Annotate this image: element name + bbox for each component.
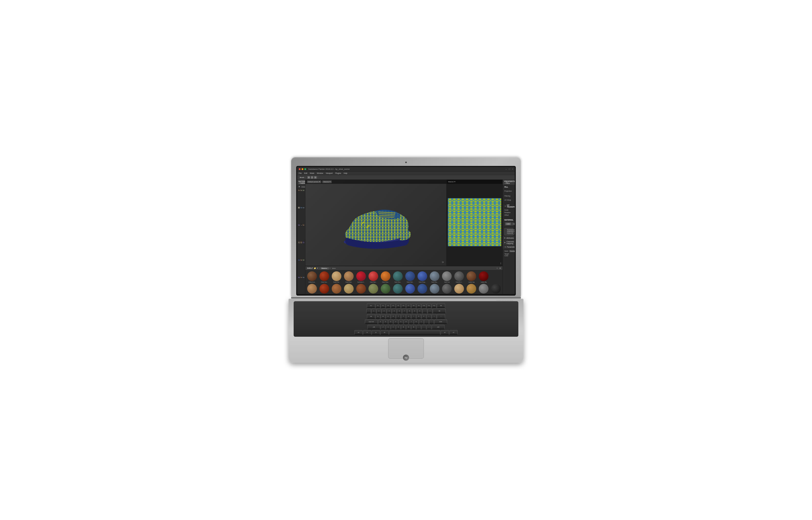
minimize-icon[interactable]: – — [506, 168, 507, 170]
key-period[interactable]: . — [422, 325, 426, 329]
close-icon[interactable]: × — [512, 168, 513, 170]
tab-height[interactable]: height — [512, 223, 515, 225]
key-d[interactable]: D — [388, 319, 393, 324]
shelf-material-leather-big[interactable]: Leather Big — [478, 271, 489, 283]
material-item[interactable]: Kyle's Paint... — [303, 224, 304, 226]
key-h[interactable]: H — [404, 319, 408, 324]
shelf-material-leather-ma[interactable]: Leather Ma... — [306, 284, 318, 294]
shelf-material-leather-bag[interactable]: Leather bag — [466, 271, 477, 283]
key-f2[interactable]: F2 — [381, 303, 385, 308]
key-4[interactable]: 4 — [387, 309, 391, 313]
shelf-material-earthware[interactable]: Earthware V... — [355, 271, 367, 283]
key-v[interactable]: V — [396, 325, 401, 329]
key-lshift[interactable]: shift — [367, 325, 380, 329]
key-rctrl[interactable]: ctrl — [450, 330, 458, 335]
key-rshift[interactable]: shift — [432, 325, 445, 329]
shelf-material-polyester-m[interactable]: Polyester M... — [417, 284, 428, 294]
key-f12[interactable]: F12 — [432, 303, 436, 308]
material-dropdown[interactable]: Material ▼ — [322, 181, 332, 183]
filter-icon[interactable]: ▼ — [316, 267, 319, 269]
key-i[interactable]: I — [411, 314, 416, 319]
material-item[interactable]: Kyle's Rales... — [303, 241, 304, 243]
key-w[interactable]: W — [381, 314, 385, 319]
seed-value[interactable]: Random ✓ — [509, 250, 515, 252]
grid-icon[interactable]: ⊞ — [307, 176, 310, 179]
key-tab[interactable]: tab — [367, 314, 375, 319]
key-9[interactable]: 9 — [412, 309, 417, 313]
key-l[interactable]: L — [419, 319, 424, 324]
key-k[interactable]: K — [414, 319, 418, 324]
filter-icon[interactable]: ▼ — [298, 186, 300, 188]
shelf-tab-fabric[interactable]: fabric — [331, 267, 337, 269]
close-button[interactable] — [299, 168, 301, 170]
material-item[interactable]: Kyle's Conc... — [298, 189, 300, 191]
key-b[interactable]: B — [401, 325, 406, 329]
shelf-material-tech-fabric[interactable]: Tech Fabric... — [478, 284, 489, 294]
material-item[interactable]: Kyle's Htlt... — [298, 224, 300, 226]
key-t[interactable]: T — [396, 314, 401, 319]
key-quote[interactable]: ' — [429, 319, 434, 324]
material-item[interactable]: Kyle's Conc... — [300, 207, 302, 209]
key-f6[interactable]: F6 — [401, 303, 406, 308]
key-minus[interactable]: - — [423, 309, 427, 313]
material-item[interactable]: Kyle's Htti... — [303, 207, 304, 209]
shelf-material-silicone[interactable]: Silicone Coat — [454, 284, 465, 294]
menu-window[interactable]: Window — [317, 172, 323, 174]
key-f7[interactable]: F7 — [406, 303, 411, 308]
camera-dropdown[interactable]: Default camera ▼ — [307, 181, 321, 183]
key-f1[interactable]: F1 — [376, 303, 380, 308]
key-capslock[interactable]: caps lock — [365, 319, 378, 324]
material-item[interactable]: Kyle's Rales... — [303, 259, 304, 261]
shelf-material-scarf-wool[interactable]: Scarf wool — [441, 284, 453, 294]
search-icon[interactable]: ○ — [319, 267, 320, 269]
key-slash[interactable]: / — [427, 325, 431, 329]
key-s[interactable]: S — [383, 319, 388, 324]
key-backtick[interactable]: ` — [366, 309, 371, 313]
material-item[interactable]: Kyle's Rales... — [298, 277, 300, 278]
list-icon[interactable]: ≡ — [311, 176, 313, 179]
shelf-material-fabric-rou[interactable]: Fabric Rou... — [429, 271, 440, 283]
key-fn[interactable]: fn — [363, 330, 371, 335]
key-m[interactable]: M — [411, 325, 416, 329]
material-item[interactable]: Kyle's Welt... — [303, 277, 304, 278]
key-y[interactable]: Y — [401, 314, 406, 319]
key-0[interactable]: 0 — [417, 309, 422, 313]
key-f5[interactable]: F5 — [396, 303, 401, 308]
shelf-material-polyester-je[interactable]: Polyester Je... — [392, 284, 403, 294]
shelf-material-artificial-leather[interactable]: Artificial Lea... — [306, 271, 318, 283]
key-5[interactable]: 5 — [392, 309, 397, 313]
key-f[interactable]: F — [394, 319, 398, 324]
material-item[interactable]: Kyle's Paint... — [298, 241, 300, 243]
shelf-grid-icon[interactable]: ⊞ — [500, 267, 501, 269]
material-item[interactable]: Kyle's Rales... — [300, 259, 302, 261]
key-equals[interactable]: = — [428, 309, 432, 313]
key-e[interactable]: E — [386, 314, 390, 319]
material-item[interactable]: Kyle's Conc... — [303, 189, 304, 191]
material-item[interactable]: Kyle's Rales... — [298, 259, 300, 261]
key-x[interactable]: X — [386, 325, 390, 329]
key-lctrl[interactable]: ctrl — [354, 330, 362, 335]
attributes-section-header[interactable]: ▶ Attributes — [503, 236, 515, 240]
shelf-material-leather-fo[interactable]: Leather Fo... — [319, 284, 330, 294]
key-f11[interactable]: F11 — [427, 303, 431, 308]
substance-material-node[interactable]: Substance material mode Fabric03_runtime… — [504, 228, 513, 235]
maximize-icon[interactable]: □ — [509, 168, 510, 170]
key-enter[interactable]: enter — [434, 319, 447, 324]
key-esc[interactable]: esc — [367, 303, 375, 308]
search-input[interactable] — [301, 186, 305, 188]
key-1[interactable]: 1 — [372, 309, 376, 313]
key-7[interactable]: 7 — [402, 309, 407, 313]
menu-viewport[interactable]: Viewport — [326, 172, 333, 174]
key-backslash[interactable]: \ — [437, 314, 445, 319]
shelf-material-plastic-fabr1[interactable]: Plastic Fabr... — [343, 284, 354, 294]
shelf-material-fabric-bam[interactable]: Fabric Bam... — [368, 271, 379, 283]
menu-help[interactable]: Help — [344, 172, 347, 174]
menu-plugins[interactable]: Plugins — [335, 172, 341, 174]
key-del[interactable]: del — [437, 303, 445, 308]
tab-close-icon[interactable]: × — [329, 267, 330, 269]
key-o[interactable]: O — [416, 314, 421, 319]
key-8[interactable]: 8 — [407, 309, 412, 313]
parameters-section-header[interactable]: ▼ Parameters — [503, 245, 515, 249]
viewport-3d[interactable]: Default camera ▼ Material ▼ — [305, 180, 446, 266]
shelf-material-cotton-engl[interactable]: Cotton Engl... — [343, 271, 354, 283]
